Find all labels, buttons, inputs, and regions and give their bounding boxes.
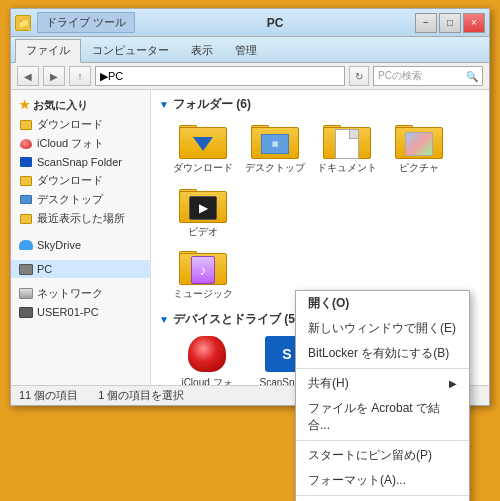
window-icon: 📁 — [15, 15, 31, 31]
document-folder-label: ドキュメント — [315, 161, 379, 175]
sidebar: ★ お気に入り ダウンロード iCloud フォト ScanSnap Fol — [11, 90, 151, 385]
ctx-format[interactable]: フォーマット(A)... — [296, 468, 469, 496]
title-center: PC — [135, 16, 415, 30]
title-bar: 📁 ドライブ ツール PC − □ × — [11, 9, 489, 37]
context-menu: 開く(O) 新しいウィンドウで開く(E) BitLocker を有効にする(B)… — [295, 290, 470, 501]
selected-count: 1 個の項目を選択 — [98, 388, 184, 403]
music-folder-label: ミュージック — [171, 287, 235, 301]
folders-header: ▼ フォルダー (6) — [159, 96, 481, 113]
sidebar-item-skydrive[interactable]: SkyDrive — [11, 236, 150, 254]
folders-arrow: ▼ — [159, 99, 169, 110]
folder-document[interactable]: ドキュメント — [315, 119, 379, 175]
ctx-share[interactable]: 共有(H) ▶ — [296, 371, 469, 396]
pc-icon — [19, 262, 33, 276]
address-path: ▶ — [100, 70, 108, 83]
sidebar-item-scansnap[interactable]: ScanSnap Folder — [11, 153, 150, 171]
address-bar[interactable]: ▶ PC — [95, 66, 345, 86]
network-icon — [19, 287, 33, 301]
downloads2-icon — [19, 174, 33, 188]
ctx-bitlocker[interactable]: BitLocker を有効にする(B) — [296, 341, 469, 369]
title-bar-left: 📁 ドライブ ツール — [15, 12, 135, 33]
scansnap-folder-icon — [19, 155, 33, 169]
desktop-icon — [19, 193, 33, 207]
back-button[interactable]: ◀ — [17, 66, 39, 86]
sidebar-item-icloud[interactable]: iCloud フォト — [11, 134, 150, 153]
search-placeholder: PCの検索 — [378, 69, 422, 83]
picture-folder-label: ピクチャ — [397, 161, 441, 175]
icloud-device-label: iCloud フォト — [175, 376, 239, 385]
folders-grid: ダウンロード ▦ デスクトップ — [159, 119, 481, 239]
tab-view[interactable]: 表示 — [180, 39, 224, 62]
ribbon: ファイル コンピューター 表示 管理 — [11, 37, 489, 63]
star-icon: ★ — [19, 98, 33, 112]
video-folder-icon — [179, 183, 227, 223]
sidebar-item-desktop[interactable]: デスクトップ — [11, 190, 150, 209]
ctx-open-new-window[interactable]: 新しいウィンドウで開く(E) — [296, 316, 469, 341]
device-icloud[interactable]: iCloud フォト — [171, 334, 243, 385]
tab-manage[interactable]: 管理 — [224, 39, 268, 62]
forward-button[interactable]: ▶ — [43, 66, 65, 86]
search-icon: 🔍 — [466, 71, 478, 82]
folder-picture[interactable]: ピクチャ — [387, 119, 451, 175]
minimize-button[interactable]: − — [415, 13, 437, 33]
picture-folder-icon — [395, 119, 443, 159]
refresh-button[interactable]: ↻ — [349, 66, 369, 86]
download-folder-icon — [179, 119, 227, 159]
icloud-icon — [19, 137, 33, 151]
ribbon-tabs: ファイル コンピューター 表示 管理 — [11, 37, 489, 62]
title-tab: ドライブ ツール — [37, 12, 135, 33]
tab-computer[interactable]: コンピューター — [81, 39, 180, 62]
folder-download[interactable]: ダウンロード — [171, 119, 235, 175]
address-text: PC — [108, 70, 123, 82]
desktop-folder-icon: ▦ — [251, 119, 299, 159]
desktop-folder-label: デスクトップ — [243, 161, 307, 175]
share-submenu-arrow: ▶ — [449, 378, 457, 389]
video-folder-label: ビデオ — [186, 225, 220, 239]
close-button[interactable]: × — [463, 13, 485, 33]
folder-desktop[interactable]: ▦ デスクトップ — [243, 119, 307, 175]
window-title: PC — [267, 16, 284, 30]
icloud-device-icon — [183, 334, 231, 374]
sidebar-item-recent[interactable]: 最近表示した場所 — [11, 209, 150, 228]
item-count: 11 個の項目 — [19, 388, 78, 403]
window-controls: − □ × — [415, 13, 485, 33]
favorites-header: ★ お気に入り — [11, 94, 150, 115]
tab-file[interactable]: ファイル — [15, 39, 81, 63]
user-pc-icon — [19, 305, 33, 319]
ctx-open[interactable]: 開く(O) — [296, 291, 469, 316]
ctx-acrobat[interactable]: ファイルを Acrobat で結合... — [296, 396, 469, 441]
document-folder-icon — [323, 119, 371, 159]
devices-arrow: ▼ — [159, 314, 169, 325]
nav-bar: ◀ ▶ ↑ ▶ PC ↻ PCの検索 🔍 — [11, 63, 489, 90]
sidebar-item-downloads[interactable]: ダウンロード — [11, 115, 150, 134]
sidebar-item-user[interactable]: USER01-PC — [11, 303, 150, 321]
skydrive-icon — [19, 238, 33, 252]
maximize-button[interactable]: □ — [439, 13, 461, 33]
sidebar-item-network[interactable]: ネットワーク — [11, 284, 150, 303]
sidebar-item-downloads2[interactable]: ダウンロード — [11, 171, 150, 190]
folder-video[interactable]: ビデオ — [171, 183, 235, 239]
ctx-pin-start[interactable]: スタートにピン留め(P) — [296, 443, 469, 468]
sidebar-item-pc[interactable]: PC — [11, 260, 150, 278]
up-button[interactable]: ↑ — [69, 66, 91, 86]
downloads-icon — [19, 118, 33, 132]
search-bar[interactable]: PCの検索 🔍 — [373, 66, 483, 86]
recent-icon — [19, 212, 33, 226]
folder-music[interactable]: ♪ ミュージック — [171, 245, 235, 301]
music-folder-icon: ♪ — [179, 245, 227, 285]
download-folder-label: ダウンロード — [171, 161, 235, 175]
